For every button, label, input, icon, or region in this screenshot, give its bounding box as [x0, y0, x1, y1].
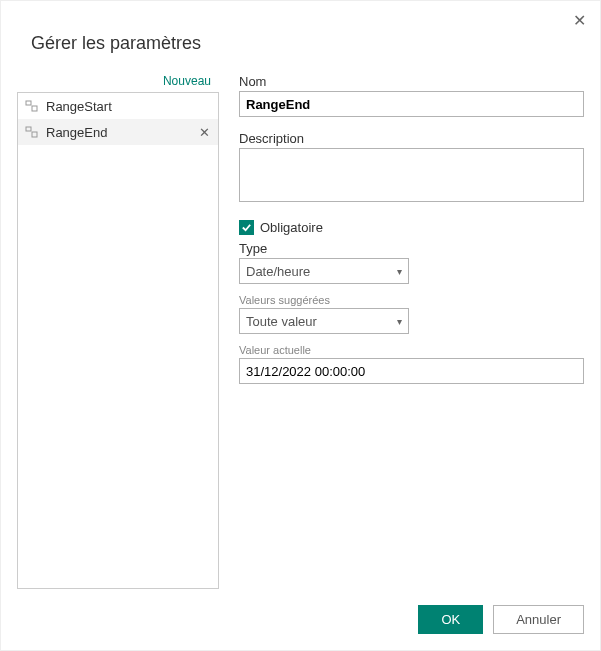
svg-rect-3 [32, 132, 37, 137]
type-value: Date/heure [246, 264, 310, 279]
required-checkbox[interactable] [239, 220, 254, 235]
type-label: Type [239, 241, 584, 256]
cancel-button[interactable]: Annuler [493, 605, 584, 634]
dialog-title: Gérer les paramètres [31, 33, 584, 54]
delete-icon[interactable]: ✕ [197, 125, 212, 140]
suggested-value: Toute valeur [246, 314, 317, 329]
suggested-select[interactable]: Toute valeur ▾ [239, 308, 409, 334]
close-icon[interactable]: ✕ [573, 11, 586, 30]
name-label: Nom [239, 74, 584, 89]
description-input[interactable] [239, 148, 584, 202]
required-label: Obligatoire [260, 220, 323, 235]
svg-rect-2 [26, 127, 31, 131]
list-item[interactable]: RangeStart [18, 93, 218, 119]
list-item-label: RangeStart [46, 99, 112, 114]
suggested-label: Valeurs suggérées [239, 294, 584, 306]
ok-button[interactable]: OK [418, 605, 483, 634]
current-label: Valeur actuelle [239, 344, 584, 356]
name-input[interactable] [239, 91, 584, 117]
svg-rect-1 [32, 106, 37, 111]
parameter-icon [24, 98, 40, 114]
svg-rect-0 [26, 101, 31, 105]
type-select[interactable]: Date/heure ▾ [239, 258, 409, 284]
list-item[interactable]: RangeEnd ✕ [18, 119, 218, 145]
parameter-list: RangeStart RangeEnd ✕ [17, 92, 219, 589]
new-parameter-link[interactable]: Nouveau [17, 74, 219, 92]
description-label: Description [239, 131, 584, 146]
list-item-label: RangeEnd [46, 125, 107, 140]
chevron-down-icon: ▾ [397, 316, 402, 327]
current-value-input[interactable] [239, 358, 584, 384]
chevron-down-icon: ▾ [397, 266, 402, 277]
parameter-icon [24, 124, 40, 140]
